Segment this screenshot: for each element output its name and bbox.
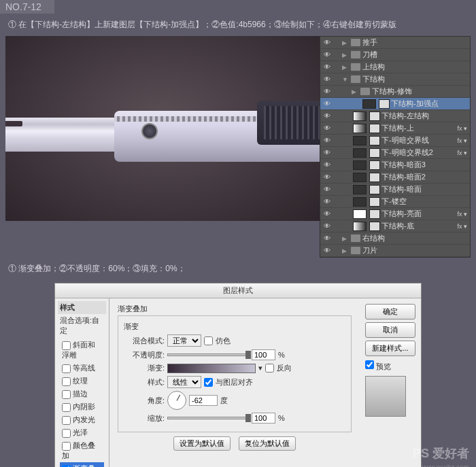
folder-arrow-icon[interactable]: ▼	[342, 76, 349, 83]
style-item[interactable]: 纹理	[60, 375, 104, 387]
visibility-icon[interactable]: 👁	[322, 172, 333, 183]
visibility-icon[interactable]: 👁	[322, 233, 333, 244]
scale-slider[interactable]	[167, 417, 249, 419]
preview-checkbox[interactable]	[365, 360, 374, 369]
style-item[interactable]: 等高线	[60, 362, 104, 375]
dither-checkbox[interactable]	[204, 336, 213, 345]
layer-row[interactable]: 👁下-镂空	[320, 196, 470, 208]
layer-row[interactable]: 👁下结构-底fx ▾	[320, 220, 470, 232]
fx-badge[interactable]: fx ▾	[457, 125, 467, 132]
visibility-icon[interactable]: 👁	[322, 160, 333, 171]
style-item[interactable]: 颜色叠加	[60, 439, 104, 462]
style-checkbox[interactable]	[62, 341, 71, 350]
folder-arrow-icon[interactable]: ▶	[342, 52, 349, 58]
visibility-icon[interactable]: 👁	[322, 74, 333, 85]
visibility-icon[interactable]: 👁	[322, 123, 333, 134]
style-checkbox[interactable]	[62, 364, 71, 373]
layer-thumb	[353, 197, 367, 207]
style-item[interactable]: 斜面和浮雕	[60, 339, 104, 362]
style-item[interactable]: 描边	[60, 387, 104, 400]
folder-arrow-icon[interactable]: ▶	[342, 247, 349, 254]
layer-row[interactable]: 👁▼下结构	[320, 73, 470, 86]
visibility-icon[interactable]: 👁	[322, 50, 333, 60]
reset-default-button[interactable]: 复位为默认值	[239, 436, 296, 451]
style-select[interactable]: 线性	[167, 376, 201, 388]
style-checkbox[interactable]	[62, 403, 71, 412]
style-item[interactable]: 渐变叠加	[60, 462, 104, 467]
visibility-icon[interactable]: 👁	[322, 148, 333, 158]
step-number: NO.7-12	[5, 1, 41, 12]
blend-mode-select[interactable]: 正常	[167, 334, 201, 347]
ok-button[interactable]: 确定	[365, 304, 415, 319]
layer-mask	[369, 209, 380, 219]
style-checkbox[interactable]	[62, 377, 71, 386]
layer-row[interactable]: 👁▶刀片	[320, 245, 470, 257]
layer-name: 下结构-底	[381, 221, 457, 231]
visibility-icon[interactable]: 👁	[322, 184, 333, 195]
visibility-icon[interactable]: 👁	[322, 245, 333, 256]
folder-arrow-icon[interactable]: ▶	[342, 235, 349, 242]
style-checkbox[interactable]	[62, 465, 71, 467]
watermark-url: www.psahz.com	[420, 464, 469, 467]
grad-dropdown-icon[interactable]: ▾	[258, 364, 262, 373]
style-item[interactable]: 内发光	[60, 413, 104, 426]
layer-mask	[369, 185, 380, 194]
opacity-input[interactable]	[252, 349, 275, 360]
layer-thumb	[353, 173, 367, 182]
blend-mode-label: 混合模式:	[124, 336, 165, 346]
folder-arrow-icon[interactable]: ▶	[342, 39, 349, 46]
visibility-icon[interactable]: 👁	[322, 135, 333, 146]
style-checkbox[interactable]	[62, 429, 71, 438]
visibility-icon[interactable]: 👁	[322, 196, 333, 207]
visibility-icon[interactable]: 👁	[322, 37, 333, 48]
layer-row[interactable]: 👁▶推手	[320, 37, 470, 49]
folder-arrow-icon[interactable]: ▶	[352, 88, 358, 95]
layer-row[interactable]: 👁下结构-暗面	[320, 184, 470, 196]
layer-row[interactable]: 👁▶右结构	[320, 232, 470, 245]
fx-badge[interactable]: fx ▾	[457, 137, 467, 144]
dialog-title: 图层样式	[55, 283, 421, 298]
visibility-icon[interactable]: 👁	[322, 99, 333, 109]
visibility-icon[interactable]: 👁	[322, 111, 333, 122]
layer-row[interactable]: 👁下结构-亮面fx ▾	[320, 208, 470, 220]
layer-row[interactable]: 👁▶刀槽	[320, 49, 470, 61]
angle-input[interactable]	[189, 395, 218, 406]
style-item[interactable]: 光泽	[60, 426, 104, 439]
layer-thumb	[353, 209, 367, 219]
set-default-button[interactable]: 设置为默认值	[173, 436, 231, 451]
layer-row[interactable]: 👁下-明暗交界线2fx ▾	[320, 147, 470, 159]
style-checkbox[interactable]	[62, 390, 71, 399]
visibility-icon[interactable]: 👁	[322, 209, 333, 220]
layer-row[interactable]: 👁▶上结构	[320, 61, 470, 73]
layer-row[interactable]: 👁▶下结构-修饰	[320, 86, 470, 98]
fx-badge[interactable]: fx ▾	[457, 211, 467, 218]
align-checkbox[interactable]	[204, 378, 213, 387]
group-sub: 渐变	[124, 322, 345, 332]
layer-row[interactable]: 👁下结构-暗面2	[320, 171, 470, 184]
folder-arrow-icon[interactable]: ▶	[342, 64, 349, 71]
style-checkbox[interactable]	[62, 416, 71, 425]
style-list-header[interactable]: 样式	[58, 301, 106, 314]
new-style-button[interactable]: 新建样式...	[365, 341, 415, 356]
style-checkbox[interactable]	[62, 442, 71, 451]
group-title: 渐变叠加	[118, 304, 352, 314]
layer-name: 下-镂空	[381, 196, 469, 207]
visibility-icon[interactable]: 👁	[322, 86, 333, 97]
visibility-icon[interactable]: 👁	[322, 221, 333, 232]
gradient-swatch[interactable]	[167, 364, 256, 373]
layer-row[interactable]: 👁下结构-上fx ▾	[320, 122, 470, 135]
opacity-slider[interactable]	[167, 353, 249, 356]
style-item[interactable]: 内阴影	[60, 400, 104, 413]
layer-row[interactable]: 👁下结构-左结构	[320, 110, 470, 122]
layer-row[interactable]: 👁下结构-加强点	[320, 98, 470, 110]
layer-row[interactable]: 👁下-明暗交界线fx ▾	[320, 135, 470, 147]
scale-input[interactable]	[252, 413, 275, 423]
blend-options-item[interactable]: 混合选项:自定	[58, 314, 106, 337]
fx-badge[interactable]: fx ▾	[457, 150, 467, 156]
reverse-checkbox[interactable]	[265, 364, 274, 373]
layer-row[interactable]: 👁下结构-暗面3	[320, 159, 470, 171]
angle-dial[interactable]	[167, 391, 186, 410]
cancel-button[interactable]: 取消	[365, 322, 415, 338]
fx-badge[interactable]: fx ▾	[457, 223, 467, 230]
visibility-icon[interactable]: 👁	[322, 62, 333, 73]
